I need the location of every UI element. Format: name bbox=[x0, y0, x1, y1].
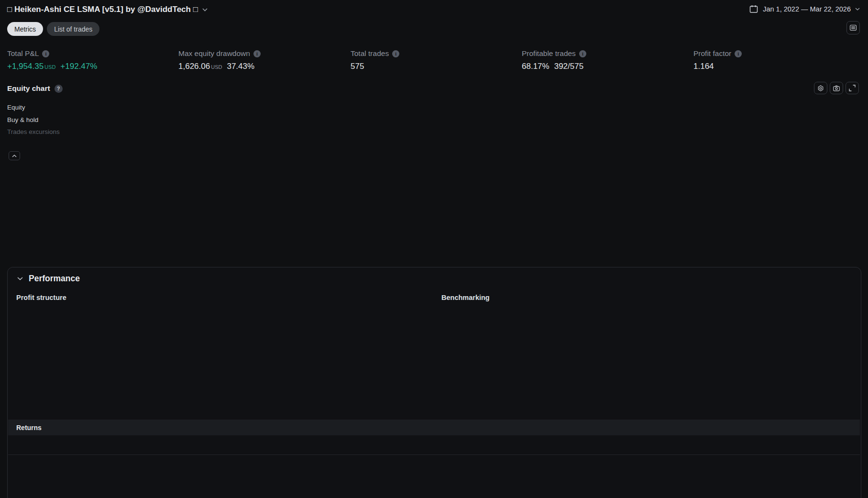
metric-max-equity-drawdown: Max equity drawdowni1,626.06USD37.43% bbox=[178, 49, 261, 71]
layout-panel-icon bbox=[850, 24, 857, 31]
metric-value-extra: 37.43% bbox=[227, 62, 254, 71]
tab-list-of-trades[interactable]: List of trades bbox=[47, 22, 99, 36]
profit-structure-chart[interactable] bbox=[16, 305, 429, 400]
performance-card: Performance Profit structure Benchmarkin… bbox=[7, 267, 861, 498]
info-icon[interactable]: i bbox=[392, 50, 399, 57]
view-tabs: MetricsList of trades bbox=[7, 22, 99, 36]
calendar-icon bbox=[749, 4, 758, 14]
chevron-down-icon bbox=[202, 8, 208, 11]
info-icon[interactable]: i bbox=[579, 50, 586, 57]
metric-value-unit: USD bbox=[44, 64, 55, 70]
metric-label-text: Total P&L bbox=[7, 49, 39, 58]
strategy-title-text: □ Heiken-Ashi CE LSMA [v5.1] by @DaviddT… bbox=[7, 5, 198, 14]
benchmarking-title: Benchmarking bbox=[441, 294, 490, 301]
metric-label: Total tradesi bbox=[351, 49, 399, 58]
metric-value: 1,626.06USD37.43% bbox=[178, 62, 261, 71]
equity-chart-title: Equity chart ? bbox=[7, 84, 63, 93]
metric-value-unit: USD bbox=[211, 64, 222, 70]
chevron-down-icon bbox=[855, 8, 860, 11]
metric-total-p-l: Total P&Li+1,954.35USD+192.47% bbox=[7, 49, 97, 71]
info-icon[interactable]: i bbox=[42, 50, 49, 57]
settings-icon bbox=[817, 85, 824, 92]
returns-section-header: Returns bbox=[8, 420, 860, 435]
trade-winloss-strip bbox=[7, 237, 831, 241]
metric-value-main: 575 bbox=[351, 62, 364, 71]
camera-icon bbox=[833, 85, 840, 91]
metric-label-text: Total trades bbox=[351, 49, 389, 58]
strategy-tester-panel: □ Heiken-Ashi CE LSMA [v5.1] by @DaviddT… bbox=[0, 0, 868, 498]
returns-column-headers bbox=[8, 435, 860, 455]
metric-value-main: 1.164 bbox=[693, 62, 714, 71]
chevron-down-icon bbox=[17, 277, 23, 280]
help-icon[interactable]: ? bbox=[55, 85, 63, 93]
metric-value: +1,954.35USD+192.47% bbox=[7, 62, 97, 71]
fullscreen-icon bbox=[849, 85, 856, 91]
metric-value-main: 1,626.06USD bbox=[178, 62, 222, 71]
date-range-selector[interactable]: Jan 1, 2022 — Mar 22, 2026 bbox=[749, 4, 860, 14]
metric-label-text: Profitable trades bbox=[522, 49, 576, 58]
metric-label: Total P&Li bbox=[7, 49, 97, 58]
metric-profitable-trades: Profitable tradesi68.17%392/575 bbox=[522, 49, 586, 71]
metric-label: Profitable tradesi bbox=[522, 49, 586, 58]
metric-value-main: 68.17% bbox=[522, 62, 549, 71]
collapse-legend-button[interactable] bbox=[9, 151, 20, 160]
date-range-text: Jan 1, 2022 — Mar 22, 2026 bbox=[763, 5, 851, 13]
performance-section-header[interactable]: Performance bbox=[17, 274, 80, 284]
camera-screenshot-button[interactable] bbox=[830, 82, 843, 94]
metric-label: Profit factori bbox=[693, 49, 742, 58]
equity-legend-item-equity[interactable]: Equity bbox=[7, 101, 60, 114]
equity-chart-plot[interactable] bbox=[7, 98, 831, 242]
strategy-title[interactable]: □ Heiken-Ashi CE LSMA [v5.1] by @DaviddT… bbox=[7, 5, 208, 14]
tab-metrics[interactable]: Metrics bbox=[7, 22, 43, 36]
metric-label: Max equity drawdowni bbox=[178, 49, 261, 58]
equity-legend: EquityBuy & holdTrades excursions bbox=[7, 101, 60, 138]
equity-legend-label: Equity bbox=[7, 104, 25, 111]
equity-legend-item-buy-hold[interactable]: Buy & hold bbox=[7, 114, 60, 126]
equity-x-axis[interactable] bbox=[7, 243, 831, 253]
benchmarking-chart[interactable] bbox=[441, 305, 861, 400]
metric-label-text: Profit factor bbox=[693, 49, 731, 58]
metric-profit-factor: Profit factori1.164 bbox=[693, 49, 742, 71]
chevron-up-icon bbox=[12, 155, 17, 157]
fullscreen-button[interactable] bbox=[846, 82, 859, 94]
panel-layout-button[interactable] bbox=[846, 21, 860, 34]
equity-legend-label: Buy & hold bbox=[7, 116, 38, 123]
equity-legend-label: Trades excursions bbox=[7, 128, 60, 135]
equity-chart-title-text: Equity chart bbox=[7, 84, 50, 93]
metric-value-main: +1,954.35USD bbox=[7, 62, 55, 71]
metric-value: 575 bbox=[351, 62, 399, 71]
info-icon[interactable]: i bbox=[253, 50, 261, 57]
equity-chart-toolbar bbox=[814, 82, 859, 94]
profit-structure-title: Profit structure bbox=[16, 294, 66, 301]
metric-value-extra: +192.47% bbox=[60, 62, 97, 71]
equity-legend-item-trades-excursions[interactable]: Trades excursions bbox=[7, 126, 60, 138]
metric-value-extra: 392/575 bbox=[554, 62, 583, 71]
returns-title-text: Returns bbox=[16, 424, 42, 432]
metric-total-trades: Total tradesi575 bbox=[351, 49, 399, 71]
info-icon[interactable]: i bbox=[735, 50, 742, 57]
chart-settings-button[interactable] bbox=[814, 82, 827, 94]
metric-value: 68.17%392/575 bbox=[522, 62, 586, 71]
metric-value: 1.164 bbox=[693, 62, 742, 71]
metric-label-text: Max equity drawdown bbox=[178, 49, 250, 58]
performance-title-text: Performance bbox=[29, 274, 80, 284]
